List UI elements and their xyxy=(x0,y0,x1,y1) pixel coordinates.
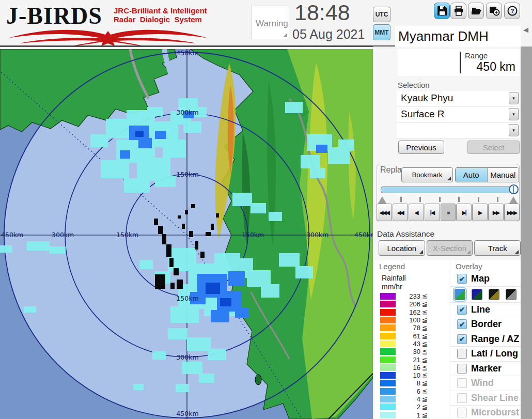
map-style-dark-blue-green-button[interactable] xyxy=(472,289,482,300)
print-button[interactable] xyxy=(450,3,466,19)
fast-rewind-button[interactable]: ◀◀ xyxy=(393,204,408,221)
help-button[interactable]: ? xyxy=(504,3,520,19)
legend-row: 8≦ xyxy=(380,379,445,387)
legend-operator: ≦ xyxy=(422,300,428,308)
legend-row: 30≦ xyxy=(380,348,445,355)
track-button[interactable]: Track xyxy=(474,240,521,256)
map-style-black-olive-button[interactable] xyxy=(489,289,499,300)
product-dropdown[interactable]: Surface R ▼ xyxy=(397,107,520,122)
legend-operator: ≦ xyxy=(422,379,428,387)
selection-section-label: Selection xyxy=(398,81,430,89)
range-label: 150km xyxy=(176,170,198,178)
overlay-item-map[interactable]: ✔Map xyxy=(450,272,521,287)
open-folder-icon xyxy=(471,5,482,17)
range-label: 300km xyxy=(306,231,328,239)
header-divider xyxy=(0,45,396,47)
mmt-button[interactable]: MMT xyxy=(373,24,390,40)
legend-color-swatch xyxy=(380,340,396,347)
window-edge xyxy=(521,46,532,419)
step-forward-button[interactable]: ▶| xyxy=(456,204,472,221)
legend-value: 233 xyxy=(396,292,420,300)
legend-value: 1 xyxy=(396,411,420,419)
warning-button[interactable]: Warning xyxy=(252,6,289,39)
bookmark-button[interactable]: Bookmark xyxy=(401,167,453,182)
border-checkbox[interactable]: ✔ xyxy=(457,319,467,329)
slider-right-marker[interactable] xyxy=(509,196,518,204)
location-button[interactable]: Location xyxy=(379,240,425,256)
legend-color-swatch xyxy=(380,356,396,363)
map-style-black-gray-button[interactable] xyxy=(506,289,517,300)
microburst-checkbox xyxy=(457,408,467,417)
manual-mode-button[interactable]: Manual xyxy=(488,168,519,182)
legend-row: 16≦ xyxy=(380,364,445,371)
lati-long-checkbox[interactable] xyxy=(457,349,467,359)
legend-row: 78≦ xyxy=(380,324,445,332)
legend-color-swatch xyxy=(380,317,396,323)
previous-button[interactable]: Previous xyxy=(398,141,444,154)
add-image-button[interactable] xyxy=(486,3,502,19)
legend-operator: ≦ xyxy=(422,332,428,340)
overlay-item-marker[interactable]: Marker xyxy=(450,362,521,377)
range-value: 450 km xyxy=(477,60,515,74)
line-checkbox[interactable]: ✔ xyxy=(457,305,467,315)
legend-operator: ≦ xyxy=(422,371,428,379)
chevron-down-icon[interactable]: ▼ xyxy=(509,124,519,136)
legend-operator: ≦ xyxy=(422,308,428,316)
step-back-button[interactable]: |◀ xyxy=(425,204,440,221)
overlay-item-border[interactable]: ✔Border xyxy=(450,317,521,332)
clock-date: 05 Aug 2021 xyxy=(292,27,380,42)
fast-forward-button[interactable]: ▶▶ xyxy=(488,204,504,221)
map-checkbox[interactable]: ✔ xyxy=(457,274,467,284)
map-style-terrain-button[interactable] xyxy=(455,289,465,300)
save-button[interactable] xyxy=(434,3,450,19)
stop-button[interactable]: ■ xyxy=(441,204,456,221)
overlay-item-range-az[interactable]: ✔Range / AZ xyxy=(450,332,521,347)
legend-color-swatch xyxy=(380,309,396,316)
site-dropdown[interactable]: Kyauk Phyu ▼ xyxy=(397,91,520,106)
collapse-panel-arrow-icon[interactable]: ◀ xyxy=(523,26,528,34)
legend-row: 100≦ xyxy=(380,316,445,324)
playback-controls: ◀◀◀◀◀◀|◀■▶|▶▶▶▶▶▶ xyxy=(377,204,520,221)
radar-map-viewport[interactable]: 450km 300km 150km 150km 300km 450km 450k… xyxy=(0,49,373,419)
fastest-rewind-button[interactable]: ◀◀◀ xyxy=(377,204,392,221)
play-reverse-button[interactable]: ◀ xyxy=(409,204,424,221)
utc-button[interactable]: UTC xyxy=(373,7,390,22)
play-button[interactable]: ▶ xyxy=(472,204,488,221)
replay-slider-track[interactable] xyxy=(381,187,518,193)
wind-checkbox xyxy=(457,378,467,388)
legend-operator: ≦ xyxy=(422,324,428,332)
range-label: 300km xyxy=(176,108,198,116)
slider-left-marker[interactable] xyxy=(378,196,386,204)
legend-color-swatch xyxy=(380,388,396,395)
legend-row: 1≦ xyxy=(380,411,445,418)
range-az-checkbox[interactable]: ✔ xyxy=(457,334,467,344)
range-field: Range 450 km xyxy=(398,49,520,76)
chevron-down-icon[interactable]: ▼ xyxy=(509,92,519,104)
marker-checkbox[interactable] xyxy=(457,364,467,374)
legend-value: 16 xyxy=(396,364,420,371)
overlay-item-line[interactable]: ✔Line xyxy=(450,303,521,318)
radar-map-image: 450km 300km 150km 150km 300km 450km 450k… xyxy=(0,49,373,419)
legend-row: 4≦ xyxy=(380,395,445,403)
logo-tagline-line2: Radar Dialogic System xyxy=(114,15,202,24)
legend-operator: ≦ xyxy=(422,364,428,371)
legend-row: 2≦ xyxy=(380,403,445,411)
replay-slider-thumb[interactable] xyxy=(509,184,519,194)
overlay-item-label: Line xyxy=(471,304,490,315)
open-file-button[interactable] xyxy=(468,3,484,19)
range-label: 150km xyxy=(176,294,198,302)
fastest-forward-button[interactable]: ▶▶▶ xyxy=(504,204,520,221)
chevron-down-icon[interactable]: ▼ xyxy=(509,108,519,120)
map-style-row xyxy=(450,287,521,303)
legend-value: 43 xyxy=(396,340,420,348)
option-dropdown[interactable]: ▼ xyxy=(397,123,520,138)
legend-color-swatch xyxy=(380,293,396,300)
svg-text:?: ? xyxy=(510,8,514,14)
overlay-item-label: Shear Line xyxy=(471,393,519,404)
product-dropdown-value: Surface R xyxy=(401,108,444,120)
data-assistance-label: Data Assistance xyxy=(377,229,434,239)
overlay-item-lati-long[interactable]: Lati / Long xyxy=(450,347,521,362)
legend-panel: Legend Rainfall mm/hr 233≦206≦162≦100≦78… xyxy=(375,260,449,419)
auto-mode-button[interactable]: Auto xyxy=(456,168,488,182)
overlay-item-label: Lati / Long xyxy=(471,348,518,359)
